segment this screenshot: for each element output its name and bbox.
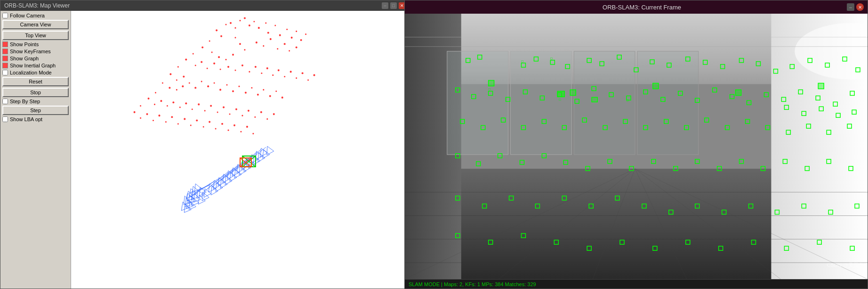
svg-point-88 xyxy=(179,107,181,108)
map-viewer-titlebar: ORB-SLAM3: Map Viewer – □ ✕ xyxy=(0,0,409,11)
svg-point-111 xyxy=(171,116,173,118)
svg-rect-333 xyxy=(653,83,659,89)
status-text: SLAM MODE | Maps: 2, KFs: 1 MPs: 384 Mat… xyxy=(409,281,536,287)
svg-point-22 xyxy=(277,48,278,50)
svg-point-37 xyxy=(185,58,187,60)
stop-button[interactable]: Stop xyxy=(2,88,69,97)
svg-point-16 xyxy=(296,31,297,32)
step-button[interactable]: Step xyxy=(2,106,69,115)
map-viewer-window: ORB-SLAM3: Map Viewer – □ ✕ Follow Camer… xyxy=(0,0,410,289)
svg-point-122 xyxy=(240,131,241,132)
svg-point-112 xyxy=(177,123,179,124)
svg-point-4 xyxy=(235,27,236,29)
svg-point-105 xyxy=(134,111,136,113)
svg-point-106 xyxy=(140,117,141,119)
svg-point-5 xyxy=(244,17,246,19)
svg-point-59 xyxy=(169,73,171,75)
show-points-color xyxy=(2,41,8,47)
svg-point-91 xyxy=(198,103,200,105)
svg-point-48 xyxy=(261,73,262,74)
show-graph-row: Show Graph xyxy=(2,56,69,61)
svg-point-86 xyxy=(167,105,168,107)
svg-point-116 xyxy=(203,126,204,127)
maximize-button[interactable]: □ xyxy=(390,2,397,9)
svg-point-119 xyxy=(221,123,223,125)
follow-camera-checkbox[interactable] xyxy=(2,13,8,18)
svg-point-42 xyxy=(220,68,221,70)
minimize-button[interactable]: – xyxy=(382,2,388,9)
svg-point-1 xyxy=(230,22,232,24)
localization-mode-label: Localization Mode xyxy=(10,70,52,75)
cf-minimize-button[interactable]: – xyxy=(847,3,854,11)
show-inertial-graph-row: Show Inertial Graph xyxy=(2,63,69,68)
localization-mode-checkbox[interactable] xyxy=(2,70,8,75)
step-by-step-checkbox[interactable] xyxy=(2,99,8,104)
sidebar: Follow Camera Camera View Top View Show … xyxy=(0,11,71,289)
svg-point-70 xyxy=(214,82,215,83)
svg-point-8 xyxy=(225,24,227,25)
map-canvas[interactable] xyxy=(71,11,409,289)
svg-point-104 xyxy=(140,105,141,107)
svg-point-30 xyxy=(209,41,210,42)
svg-rect-334 xyxy=(736,90,741,95)
map-viewer-title: ORB-SLAM3: Map Viewer xyxy=(4,2,70,9)
svg-point-19 xyxy=(256,41,257,43)
corridor-svg: □ □ □ □ □ xyxy=(405,14,868,279)
svg-point-6 xyxy=(253,21,255,22)
svg-point-18 xyxy=(305,33,306,35)
svg-point-71 xyxy=(219,89,221,91)
svg-point-113 xyxy=(184,118,185,120)
svg-point-7 xyxy=(216,29,217,31)
svg-point-17 xyxy=(300,39,302,41)
current-frame-titlebar: ORB-SLAM3: Current Frame – ✕ xyxy=(405,0,868,14)
svg-point-95 xyxy=(223,107,225,108)
svg-point-27 xyxy=(239,43,241,45)
svg-point-32 xyxy=(211,51,213,53)
svg-point-93 xyxy=(210,105,212,107)
svg-point-64 xyxy=(176,89,177,91)
svg-point-114 xyxy=(190,124,192,126)
svg-point-108 xyxy=(153,120,154,121)
svg-point-68 xyxy=(201,81,202,82)
svg-point-13 xyxy=(279,34,281,36)
top-view-button[interactable]: Top View xyxy=(2,31,69,40)
svg-point-9 xyxy=(258,27,260,29)
cf-close-button[interactable]: ✕ xyxy=(856,3,864,11)
svg-rect-197 xyxy=(574,51,635,155)
svg-point-52 xyxy=(284,76,285,77)
cf-window-controls: – ✕ xyxy=(847,3,864,11)
show-lba-opt-row: Show LBA opt xyxy=(2,116,69,122)
svg-point-97 xyxy=(235,108,237,110)
svg-rect-195 xyxy=(447,51,508,155)
svg-point-94 xyxy=(217,111,218,113)
svg-point-34 xyxy=(225,59,227,60)
follow-camera-label: Follow Camera xyxy=(10,13,45,18)
svg-point-102 xyxy=(266,118,268,120)
show-lba-opt-checkbox[interactable] xyxy=(2,116,8,122)
svg-point-87 xyxy=(172,101,174,103)
svg-point-72 xyxy=(226,84,228,86)
svg-point-65 xyxy=(182,85,184,87)
svg-point-50 xyxy=(272,74,273,76)
svg-point-69 xyxy=(207,85,209,87)
show-lba-opt-label: Show LBA opt xyxy=(10,116,42,122)
svg-point-44 xyxy=(235,70,236,71)
svg-point-11 xyxy=(267,32,269,33)
svg-point-29 xyxy=(220,35,222,37)
camera-view-button[interactable]: Camera View xyxy=(2,20,69,29)
svg-point-46 xyxy=(249,71,250,73)
svg-point-10 xyxy=(265,22,266,24)
svg-point-20 xyxy=(263,45,264,47)
show-inertial-color xyxy=(2,63,8,68)
show-graph-color xyxy=(2,56,8,61)
svg-point-31 xyxy=(201,46,203,48)
svg-point-53 xyxy=(290,71,292,73)
svg-point-76 xyxy=(251,87,252,89)
show-keyframes-label: Show KeyFrames xyxy=(10,49,51,54)
svg-point-84 xyxy=(154,104,155,105)
svg-rect-196 xyxy=(511,51,572,155)
svg-point-123 xyxy=(246,126,248,128)
reset-button[interactable]: Reset xyxy=(2,77,69,86)
svg-point-51 xyxy=(278,69,280,71)
svg-point-109 xyxy=(158,115,160,116)
